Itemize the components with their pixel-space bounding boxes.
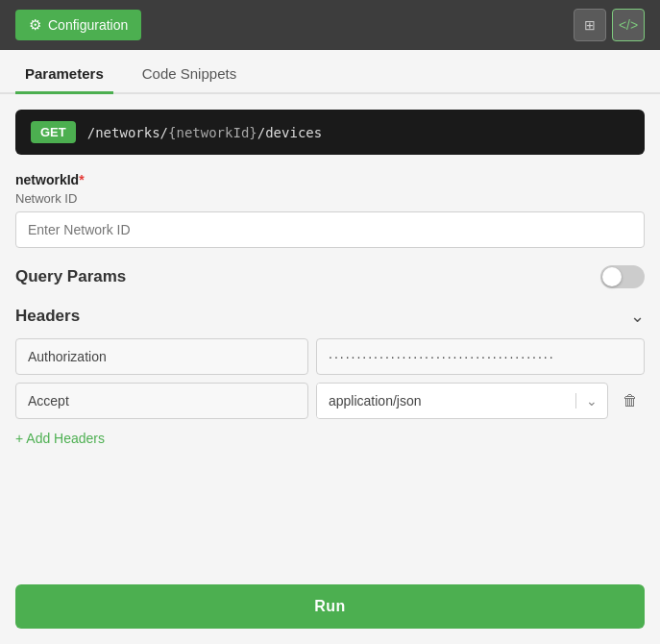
add-headers-button[interactable]: + Add Headers <box>15 427 105 450</box>
config-label: Configuration <box>48 17 128 33</box>
headers-header: Headers ⌄ <box>15 306 645 327</box>
network-id-input[interactable] <box>15 211 645 248</box>
toggle-thumb <box>602 267 622 286</box>
tab-code-snippets[interactable]: Code Snippets <box>133 54 246 94</box>
header-value-accept[interactable] <box>317 384 575 418</box>
topbar-right: ⊞ </> <box>574 9 645 41</box>
path-param: {networkId} <box>168 125 257 140</box>
headers-title: Headers <box>15 307 80 326</box>
code-icon: </> <box>619 17 638 33</box>
query-params-section: Query Params <box>15 265 645 288</box>
configuration-button[interactable]: ⚙ Configuration <box>15 10 141 40</box>
run-button[interactable]: Run <box>15 584 645 629</box>
path-suffix: /devices <box>257 125 322 140</box>
header-value-accept-container: ⌄ <box>316 383 608 419</box>
header-value-authorization[interactable] <box>316 338 645 375</box>
headers-section: Headers ⌄ ⌄ 🗑 + Add Hea <box>15 306 645 450</box>
method-badge: GET <box>31 121 76 143</box>
main-content: GET /networks/{networkId}/devices networ… <box>0 94 660 584</box>
split-icon: ⊞ <box>584 17 596 33</box>
path-prefix: /networks/ <box>87 125 168 140</box>
tabs-bar: Parameters Code Snippets <box>0 50 660 94</box>
add-headers-label: + Add Headers <box>15 431 105 446</box>
header-key-accept[interactable] <box>15 383 308 419</box>
topbar: ⚙ Configuration ⊞ </> <box>0 0 660 50</box>
header-row-authorization <box>15 338 645 375</box>
run-label: Run <box>314 598 346 614</box>
query-params-toggle[interactable] <box>600 265 645 288</box>
delete-header-button[interactable]: 🗑 <box>616 386 645 415</box>
endpoint-path: /networks/{networkId}/devices <box>87 125 322 140</box>
trash-icon: 🗑 <box>623 392 638 409</box>
header-row-accept: ⌄ 🗑 <box>15 383 645 419</box>
networkid-label: networkId* <box>15 172 645 187</box>
header-key-authorization[interactable] <box>15 338 308 375</box>
gear-icon: ⚙ <box>29 16 41 34</box>
query-params-title: Query Params <box>15 267 126 286</box>
app-container: ⚙ Configuration ⊞ </> Parameters Code Sn… <box>0 0 660 644</box>
dropdown-arrow-icon[interactable]: ⌄ <box>575 393 607 409</box>
required-star: * <box>79 172 84 187</box>
endpoint-bar: GET /networks/{networkId}/devices <box>15 110 645 155</box>
tab-parameters[interactable]: Parameters <box>15 54 113 94</box>
code-view-button[interactable]: </> <box>612 9 645 41</box>
network-id-sublabel: Network ID <box>15 191 645 206</box>
headers-chevron-icon[interactable]: ⌄ <box>630 306 645 327</box>
split-view-button[interactable]: ⊞ <box>574 9 606 41</box>
query-params-header: Query Params <box>15 265 645 288</box>
networkid-section: networkId* Network ID <box>15 172 645 248</box>
